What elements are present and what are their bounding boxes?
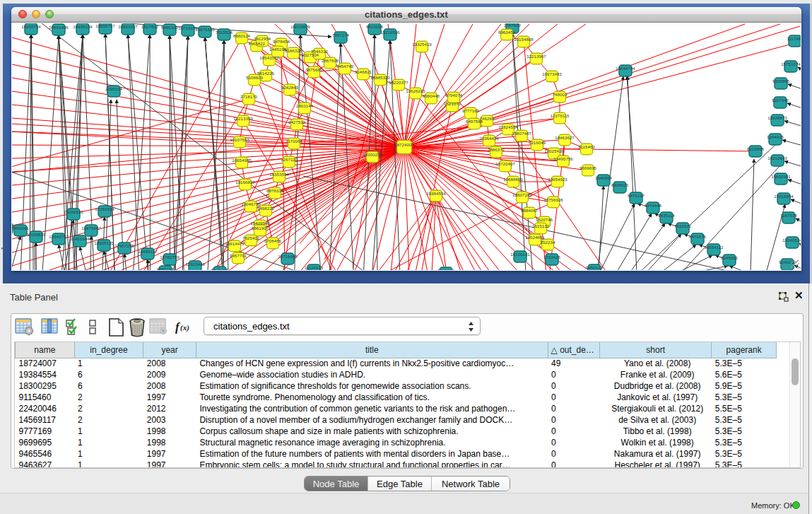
svg-text:18300295: 18300295 — [363, 152, 382, 157]
svg-text:12040534: 12040534 — [782, 238, 801, 243]
svg-text:15409948: 15409948 — [250, 221, 270, 226]
svg-text:3267110: 3267110 — [281, 157, 298, 162]
svg-text:1445199: 1445199 — [269, 47, 287, 52]
svg-text:9427512: 9427512 — [288, 119, 306, 124]
svg-text:10107563: 10107563 — [230, 137, 249, 142]
svg-text:9886194: 9886194 — [157, 267, 175, 271]
svg-text:1527602: 1527602 — [141, 24, 159, 29]
svg-text:1620746: 1620746 — [536, 217, 553, 222]
svg-text:9227342: 9227342 — [772, 98, 789, 103]
svg-text:2787682: 2787682 — [504, 23, 522, 28]
svg-text:7626205: 7626205 — [211, 267, 229, 271]
svg-text:16210643: 16210643 — [767, 156, 787, 160]
svg-text:1733426: 1733426 — [543, 255, 561, 259]
svg-text:9810114: 9810114 — [437, 268, 454, 271]
svg-text:12213369: 12213369 — [233, 116, 253, 121]
svg-text:16914479: 16914479 — [225, 241, 245, 246]
svg-text:2095334: 2095334 — [105, 86, 123, 91]
svg-text:10958117: 10958117 — [138, 249, 158, 254]
svg-text:12213967: 12213967 — [526, 54, 546, 59]
svg-text:19218506: 19218506 — [380, 30, 400, 35]
svg-text:2803144: 2803144 — [296, 103, 314, 108]
svg-text:9699695: 9699695 — [579, 165, 597, 170]
svg-text:7515524: 7515524 — [216, 30, 233, 35]
svg-text:9115460: 9115460 — [578, 144, 595, 149]
svg-text:8813054: 8813054 — [366, 24, 384, 29]
svg-text:1167534: 1167534 — [780, 213, 797, 218]
svg-text:12756928: 12756928 — [543, 197, 563, 202]
svg-text:1640954: 1640954 — [595, 175, 613, 180]
svg-text:13505135: 13505135 — [94, 240, 114, 245]
svg-text:9478454: 9478454 — [273, 39, 290, 44]
svg-text:7663822: 7663822 — [248, 41, 266, 46]
svg-text:10025438: 10025438 — [544, 148, 564, 153]
svg-text:9474444: 9474444 — [645, 203, 662, 208]
svg-text:10807487: 10807487 — [512, 131, 531, 136]
svg-text:18935104: 18935104 — [73, 24, 93, 29]
svg-text:16543362: 16543362 — [259, 55, 279, 60]
svg-text:9450122: 9450122 — [586, 265, 604, 270]
svg-text:20364436: 20364436 — [479, 136, 499, 141]
svg-text:746266: 746266 — [480, 116, 495, 121]
svg-text:7632621: 7632621 — [674, 223, 692, 228]
svg-text:8990448: 8990448 — [423, 93, 440, 98]
svg-text:18807249: 18807249 — [512, 192, 532, 197]
svg-text:10654985: 10654985 — [232, 158, 252, 163]
svg-text:17957255: 17957255 — [114, 243, 134, 248]
svg-text:(x): (x) — [180, 323, 189, 332]
svg-text:16353594: 16353594 — [269, 172, 289, 177]
svg-text:5108603: 5108603 — [246, 75, 264, 80]
svg-text:15716485: 15716485 — [278, 254, 298, 259]
svg-text:8471676: 8471676 — [689, 234, 707, 239]
svg-text:12375115: 12375115 — [550, 113, 570, 118]
svg-text:2935114: 2935114 — [658, 213, 675, 218]
svg-text:8215958: 8215958 — [747, 146, 765, 151]
svg-text:11128103: 11128103 — [305, 265, 324, 270]
svg-text:10975867: 10975867 — [81, 226, 101, 230]
svg-text:19166827: 19166827 — [235, 180, 255, 185]
svg-text:12942757: 12942757 — [49, 234, 69, 239]
svg-text:18463627: 18463627 — [555, 135, 575, 140]
svg-text:17359934: 17359934 — [95, 206, 114, 211]
svg-text:31824554: 31824554 — [498, 124, 518, 129]
svg-text:14524851: 14524851 — [525, 235, 545, 240]
svg-text:17016504: 17016504 — [774, 194, 794, 199]
svg-text:15885320: 15885320 — [370, 75, 390, 80]
svg-text:16782759: 16782759 — [160, 255, 180, 259]
svg-text:12923446: 12923446 — [185, 262, 205, 267]
svg-text:18055754: 18055754 — [21, 24, 41, 29]
svg-text:15751074: 15751074 — [781, 62, 801, 66]
svg-text:252234: 252234 — [541, 240, 555, 245]
svg-text:7546310: 7546310 — [311, 49, 329, 54]
svg-text:9457791: 9457791 — [230, 253, 247, 258]
svg-text:20691406: 20691406 — [49, 25, 69, 30]
svg-text:10973483: 10973483 — [542, 71, 562, 76]
svg-text:8660124: 8660124 — [233, 33, 251, 38]
svg-text:9777169: 9777169 — [462, 108, 480, 113]
svg-text:18724007: 18724007 — [394, 142, 414, 147]
svg-text:18220377: 18220377 — [389, 80, 408, 85]
svg-text:9684067: 9684067 — [521, 208, 539, 213]
svg-text:10654112: 10654112 — [704, 245, 724, 250]
svg-text:13626215: 13626215 — [406, 88, 425, 93]
svg-text:12938873: 12938873 — [767, 115, 787, 120]
svg-text:8938923: 8938923 — [611, 182, 629, 187]
svg-text:13325419: 13325419 — [412, 42, 432, 47]
svg-text:6708456: 6708456 — [264, 238, 282, 243]
svg-text:3912954: 3912954 — [254, 36, 271, 41]
svg-text:9329965: 9329965 — [772, 78, 790, 83]
svg-text:15692951: 15692951 — [771, 174, 791, 179]
svg-text:1615132: 1615132 — [532, 223, 550, 228]
svg-text:8186328: 8186328 — [285, 48, 302, 53]
svg-text:10688609: 10688609 — [503, 177, 523, 182]
svg-text:16033809: 16033809 — [290, 24, 310, 29]
svg-text:14136141: 14136141 — [510, 252, 530, 257]
svg-text:9146821: 9146821 — [355, 69, 372, 74]
svg-text:8878334: 8878334 — [266, 188, 284, 193]
svg-text:13654923: 13654923 — [548, 177, 567, 182]
svg-text:2867608: 2867608 — [322, 58, 339, 63]
svg-text:9245652: 9245652 — [721, 255, 739, 260]
svg-text:6216049: 6216049 — [529, 140, 546, 145]
svg-text:13495756: 13495756 — [553, 156, 573, 161]
svg-text:19565717: 19565717 — [95, 23, 115, 28]
